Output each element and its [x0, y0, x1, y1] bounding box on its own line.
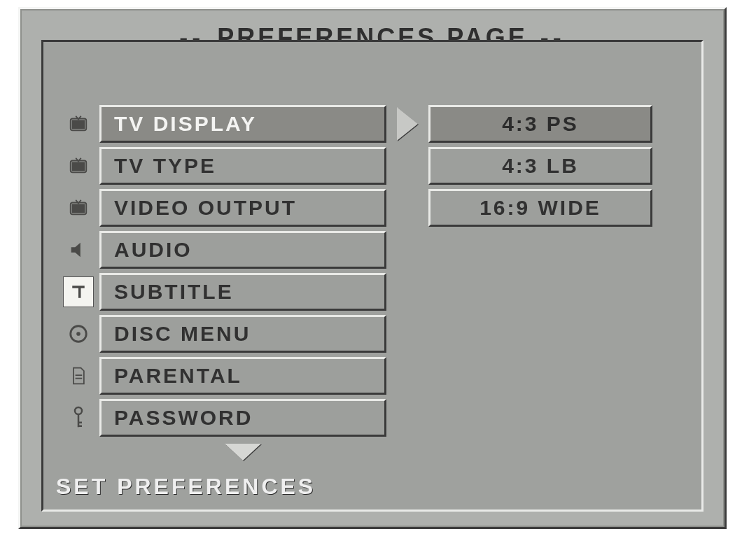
menu-item-tv-display[interactable]: TV DISPLAY	[99, 105, 386, 143]
menu-item-tv-type[interactable]: TV TYPE	[99, 147, 386, 185]
menu-item-subtitle[interactable]: SUBTITLE	[99, 273, 386, 311]
text-icon	[63, 276, 94, 307]
menu-row-tv-type: TV TYPE 4:3 LB	[57, 147, 701, 185]
scroll-down-icon[interactable]	[99, 441, 386, 470]
menu-row-parental: PARENTAL	[57, 357, 701, 395]
content-panel: TV DISPLAY 4:3 PS TV TYPE	[41, 40, 704, 512]
menu-item-label: VIDEO OUTPUT	[114, 196, 297, 220]
chevron-right-icon	[386, 105, 428, 143]
svg-point-4	[76, 332, 80, 336]
menu-item-label: TV TYPE	[114, 154, 216, 178]
value-option-4-3-ps[interactable]: 4:3 PS	[428, 105, 652, 143]
value-option-4-3-lb[interactable]: 4:3 LB	[428, 147, 652, 185]
menu-item-label: PARENTAL	[114, 364, 242, 388]
menu-item-label: SUBTITLE	[114, 280, 234, 304]
svg-point-5	[75, 407, 82, 414]
tv-icon	[64, 109, 93, 139]
value-option-label: 4:3 LB	[502, 154, 579, 178]
document-icon	[64, 361, 93, 391]
menu-item-password[interactable]: PASSWORD	[99, 399, 386, 437]
footer-hint: SET PREFERENCES	[56, 474, 316, 500]
menu-column: TV DISPLAY 4:3 PS TV TYPE	[43, 105, 701, 470]
disc-icon	[64, 319, 93, 349]
menu-row-subtitle: SUBTITLE	[57, 273, 701, 311]
value-option-label: 16:9 WIDE	[479, 196, 601, 220]
tv-icon	[64, 151, 93, 181]
menu-row-video-output: VIDEO OUTPUT 16:9 WIDE	[57, 189, 701, 227]
tv-icon	[64, 193, 93, 223]
preferences-dialog: --PREFERENCES PAGE-- TV DISPLAY 4:3 PS	[18, 7, 727, 529]
value-option-label: 4:3 PS	[502, 112, 579, 136]
menu-row-audio: AUDIO	[57, 231, 701, 269]
menu-item-disc-menu[interactable]: DISC MENU	[99, 315, 386, 353]
menu-item-label: PASSWORD	[114, 406, 253, 430]
menu-item-label: DISC MENU	[114, 322, 251, 346]
menu-row-disc-menu: DISC MENU	[57, 315, 701, 353]
menu-item-audio[interactable]: AUDIO	[99, 231, 386, 269]
menu-item-label: TV DISPLAY	[114, 112, 257, 136]
speaker-icon	[64, 235, 93, 265]
value-option-16-9-wide[interactable]: 16:9 WIDE	[428, 189, 652, 227]
menu-row-password: PASSWORD	[57, 399, 701, 437]
menu-item-parental[interactable]: PARENTAL	[99, 357, 386, 395]
menu-row-tv-display: TV DISPLAY 4:3 PS	[57, 105, 701, 143]
menu-item-label: AUDIO	[114, 238, 192, 262]
key-icon	[64, 403, 93, 433]
menu-item-video-output[interactable]: VIDEO OUTPUT	[99, 189, 386, 227]
